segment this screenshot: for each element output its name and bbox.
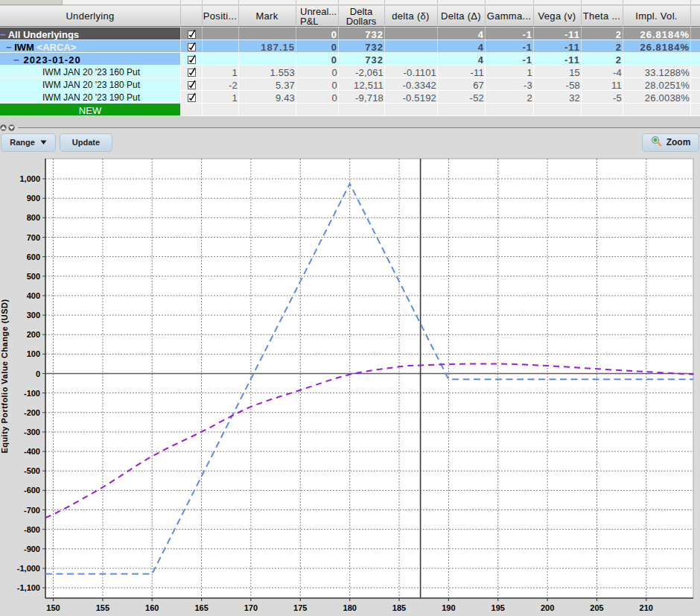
svg-text:-400: -400 (24, 447, 40, 456)
svg-text:400: 400 (27, 291, 40, 300)
svg-text:205: 205 (590, 603, 603, 612)
svg-text:-200: -200 (24, 408, 40, 417)
svg-text:900: 900 (27, 194, 40, 203)
svg-text:Equity Portfolio Value Change: Equity Portfolio Value Change (USD) (0, 299, 9, 453)
svg-text:-300: -300 (24, 428, 40, 436)
svg-text:165: 165 (194, 603, 208, 612)
svg-text:190: 190 (442, 603, 455, 612)
svg-text:195: 195 (491, 603, 505, 612)
svg-text:-900: -900 (24, 544, 40, 553)
svg-text:210: 210 (640, 603, 653, 612)
svg-text:-1,100: -1,100 (17, 583, 40, 592)
svg-text:0: 0 (36, 369, 40, 378)
svg-text:-800: -800 (24, 525, 40, 534)
svg-text:-100: -100 (24, 389, 40, 398)
svg-text:185: 185 (392, 603, 406, 612)
svg-text:-600: -600 (24, 486, 40, 495)
svg-text:160: 160 (145, 603, 159, 612)
svg-text:-500: -500 (24, 466, 40, 475)
svg-text:-700: -700 (24, 506, 40, 515)
svg-text:150: 150 (46, 603, 60, 612)
svg-text:700: 700 (27, 233, 40, 242)
svg-text:155: 155 (96, 603, 109, 612)
svg-text:200: 200 (541, 603, 554, 612)
svg-text:180: 180 (343, 603, 357, 612)
svg-text:200: 200 (27, 330, 40, 339)
svg-text:175: 175 (293, 603, 307, 612)
svg-text:170: 170 (244, 603, 258, 612)
svg-text:100: 100 (27, 349, 40, 358)
svg-text:-1,000: -1,000 (17, 564, 40, 573)
svg-text:300: 300 (27, 311, 40, 320)
svg-text:600: 600 (27, 253, 40, 261)
svg-text:500: 500 (27, 272, 40, 281)
svg-text:800: 800 (27, 213, 40, 222)
svg-text:1,000: 1,000 (19, 174, 40, 183)
